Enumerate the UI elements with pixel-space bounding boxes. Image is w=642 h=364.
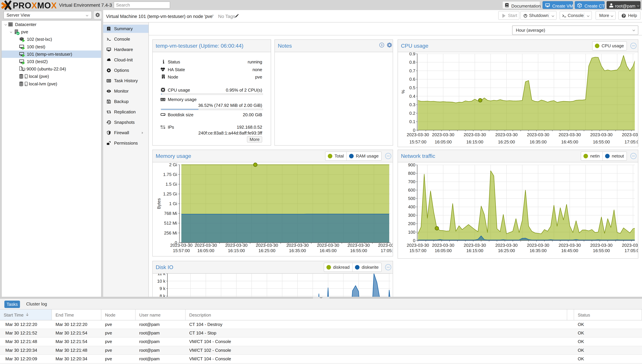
svg-text:100: 100: [408, 230, 415, 235]
svg-text:17:05:00: 17:05:00: [624, 140, 638, 144]
svg-text:400: 400: [408, 204, 415, 209]
svg-text:2023-03-30: 2023-03-30: [170, 243, 192, 248]
svg-text:1.5 Gi: 1.5 Gi: [166, 182, 177, 187]
svg-text:0: 0: [413, 128, 415, 133]
svg-text:1.25 Gi: 1.25 Gi: [163, 192, 177, 196]
svg-text:700: 700: [408, 179, 415, 184]
svg-text:16:45:00: 16:45:00: [320, 248, 336, 253]
svg-text:2023-03-30: 2023-03-30: [527, 243, 549, 248]
svg-text:0.1: 0.1: [409, 119, 415, 124]
svg-text:0.6: 0.6: [409, 77, 415, 82]
svg-text:16:15:00: 16:15:00: [466, 248, 483, 253]
svg-text:16:55:00: 16:55:00: [593, 248, 610, 253]
svg-text:15:57:00: 15:57:00: [409, 248, 426, 253]
svg-text:2023-03-30: 2023-03-30: [317, 243, 339, 248]
svg-text:16:25:00: 16:25:00: [258, 248, 276, 253]
svg-text:16:45:00: 16:45:00: [561, 140, 578, 144]
svg-text:11 k: 11 k: [158, 274, 166, 276]
svg-text:%: %: [400, 90, 406, 94]
svg-text:300: 300: [408, 213, 415, 218]
svg-text:2023-03-30: 2023-03-30: [225, 243, 248, 248]
svg-text:2023-03-30: 2023-03-30: [194, 243, 217, 248]
svg-text:16:45:00: 16:45:00: [561, 248, 578, 253]
svg-text:2023-03-30: 2023-03-30: [348, 243, 370, 248]
svg-text:2023-03-30: 2023-03-30: [622, 243, 638, 248]
svg-text:0.4: 0.4: [409, 94, 415, 99]
svg-text:2023-03-30: 2023-03-30: [590, 243, 612, 248]
svg-text:16:25:00: 16:25:00: [498, 248, 515, 253]
svg-text:15:57:00: 15:57:00: [409, 140, 426, 144]
svg-text:200: 200: [408, 221, 415, 226]
svg-text:0.8: 0.8: [409, 60, 415, 65]
svg-text:Bytes: Bytes: [156, 198, 162, 209]
svg-text:2023-03-30: 2023-03-30: [622, 132, 638, 137]
svg-text:0: 0: [413, 238, 415, 243]
svg-text:900: 900: [408, 162, 415, 168]
svg-text:2023-03-30: 2023-03-30: [407, 243, 429, 248]
svg-text:16:35:00: 16:35:00: [530, 248, 546, 253]
svg-text:800: 800: [408, 171, 415, 176]
svg-text:2023-03-30: 2023-03-30: [286, 243, 309, 248]
svg-text:9 k: 9 k: [160, 286, 166, 291]
svg-text:15:57:00: 15:57:00: [173, 248, 190, 253]
svg-text:1 Gi: 1 Gi: [169, 201, 177, 206]
svg-text:2023-03-30: 2023-03-30: [527, 132, 549, 137]
svg-text:16:55:00: 16:55:00: [593, 140, 610, 144]
svg-text:2023-03-30: 2023-03-30: [464, 243, 486, 248]
svg-text:2 Gi: 2 Gi: [169, 162, 177, 167]
svg-text:600: 600: [408, 188, 415, 192]
svg-text:16:55:00: 16:55:00: [350, 248, 367, 253]
svg-text:0.9: 0.9: [409, 52, 415, 56]
svg-text:2023-03-30: 2023-03-30: [559, 243, 581, 248]
svg-text:2023-03-30: 2023-03-30: [496, 243, 518, 248]
svg-text:2023-03-30: 2023-03-30: [378, 243, 393, 248]
svg-text:2023-03-30: 2023-03-30: [407, 132, 429, 137]
svg-text:16:05:00: 16:05:00: [435, 140, 452, 144]
svg-text:2023-03-30: 2023-03-30: [256, 243, 278, 248]
svg-text:0.3: 0.3: [409, 102, 415, 107]
svg-text:17:05:00: 17:05:00: [624, 248, 638, 253]
svg-text:17:05:00: 17:05:00: [381, 248, 393, 253]
svg-text:2023-03-30: 2023-03-30: [590, 132, 612, 137]
svg-text:0.2: 0.2: [409, 111, 415, 116]
svg-text:16:15:00: 16:15:00: [228, 248, 245, 253]
svg-text:0.5: 0.5: [409, 85, 415, 90]
svg-text:16:35:00: 16:35:00: [530, 140, 546, 144]
svg-text:0.7: 0.7: [409, 68, 415, 73]
svg-text:768 Mi: 768 Mi: [164, 211, 177, 216]
svg-text:16:35:00: 16:35:00: [289, 248, 306, 253]
svg-text:16:05:00: 16:05:00: [435, 248, 452, 253]
svg-text:16:15:00: 16:15:00: [466, 140, 483, 144]
svg-text:256 Mi: 256 Mi: [164, 230, 177, 236]
svg-text:500: 500: [408, 196, 415, 201]
svg-text:2023-03-30: 2023-03-30: [432, 132, 454, 137]
svg-text:10 k: 10 k: [157, 278, 166, 284]
svg-text:16:05:00: 16:05:00: [197, 248, 214, 253]
svg-text:512 Mi: 512 Mi: [164, 220, 177, 226]
svg-text:2023-03-30: 2023-03-30: [464, 132, 486, 137]
svg-text:2023-03-30: 2023-03-30: [496, 132, 518, 137]
svg-text:16:25:00: 16:25:00: [498, 140, 515, 144]
svg-text:2023-03-30: 2023-03-30: [559, 132, 581, 137]
svg-text:2023-03-30: 2023-03-30: [432, 243, 454, 248]
svg-text:1.75 Gi: 1.75 Gi: [163, 172, 177, 177]
